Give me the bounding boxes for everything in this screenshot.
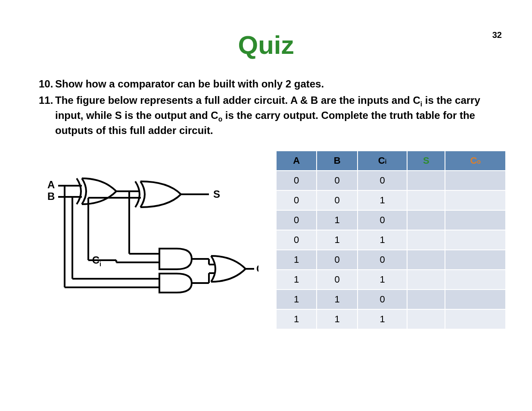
th-Co-main: C	[470, 155, 477, 166]
cell-Co	[445, 309, 506, 329]
cell-S	[407, 230, 445, 250]
table-row: 0 0 1	[276, 190, 506, 210]
cell-Co	[445, 270, 506, 290]
label-A: A	[47, 179, 55, 190]
cell-A: 1	[276, 270, 317, 290]
th-Co-sub: o	[477, 158, 481, 165]
page-number: 32	[492, 30, 502, 40]
table-row: 0 1 1	[276, 230, 506, 250]
cell-S	[407, 290, 445, 309]
cell-B: 0	[317, 270, 357, 290]
th-Ci: Ci	[358, 151, 407, 171]
cell-B: 1	[317, 309, 357, 329]
cell-Co	[445, 190, 506, 210]
label-B: B	[47, 190, 55, 202]
th-Ci-main: C	[378, 155, 385, 166]
cell-Ci: 1	[358, 309, 407, 329]
cell-S	[407, 190, 445, 210]
cell-Ci: 0	[358, 171, 407, 190]
cell-S	[407, 250, 445, 270]
circuit-svg: A B S Ci Co	[39, 168, 258, 305]
cell-S	[407, 309, 445, 329]
cell-B: 1	[317, 210, 357, 230]
q10-number: 10.	[39, 77, 55, 91]
label-Ci: Ci	[92, 254, 101, 268]
th-A: A	[276, 151, 317, 171]
full-adder-circuit-diagram: A B S Ci Co	[39, 168, 263, 305]
cell-B: 1	[317, 290, 357, 309]
q11-number: 11.	[39, 93, 55, 137]
cell-A: 1	[276, 250, 317, 270]
table-row: 0 1 0	[276, 210, 506, 230]
page-title: Quiz	[0, 30, 532, 60]
table-row: 1 0 1	[276, 270, 506, 290]
cell-B: 0	[317, 250, 357, 270]
cell-Ci: 0	[358, 250, 407, 270]
truth-table: A B Ci S Co 0 0 0	[276, 150, 506, 330]
cell-Ci: 1	[358, 190, 407, 210]
q11-text: The figure below represents a full adder…	[55, 93, 493, 137]
cell-B: 0	[317, 171, 357, 190]
cell-A: 0	[276, 190, 317, 210]
cell-S	[407, 171, 445, 190]
cell-Ci: 1	[358, 270, 407, 290]
question-11: 11. The figure below represents a full a…	[39, 93, 493, 137]
cell-Co	[445, 230, 506, 250]
cell-S	[407, 270, 445, 290]
cell-B: 1	[317, 230, 357, 250]
truth-table-body: 0 0 0 0 0 1 0 1 0	[276, 171, 506, 329]
cell-A: 0	[276, 210, 317, 230]
cell-A: 1	[276, 290, 317, 309]
cell-S	[407, 210, 445, 230]
q10-text: Show how a comparator can be built with …	[55, 77, 324, 91]
table-row: 1 0 0	[276, 250, 506, 270]
th-B: B	[317, 151, 357, 171]
q11-part1: The figure below represents a full adder…	[55, 94, 420, 106]
table-row: 1 1 1	[276, 309, 506, 329]
cell-Co	[445, 210, 506, 230]
th-S: S	[407, 151, 445, 171]
cell-Ci: 0	[358, 290, 407, 309]
cell-A: 0	[276, 230, 317, 250]
question-10: 10. Show how a comparator can be built w…	[39, 77, 493, 91]
q11-sub2: o	[218, 115, 223, 123]
cell-Co	[445, 171, 506, 190]
cell-A: 0	[276, 171, 317, 190]
th-Co: Co	[445, 151, 506, 171]
th-Ci-sub: i	[385, 158, 387, 165]
table-header-row: A B Ci S Co	[276, 151, 506, 171]
cell-A: 1	[276, 309, 317, 329]
cell-Ci: 1	[358, 230, 407, 250]
label-Co: Co	[256, 263, 258, 276]
cell-Co	[445, 250, 506, 270]
questions-block: 10. Show how a comparator can be built w…	[39, 77, 493, 137]
label-S: S	[213, 188, 220, 200]
content-row: A B S Ci Co A B Ci S C	[39, 150, 506, 330]
truth-table-wrap: A B Ci S Co 0 0 0	[276, 150, 506, 330]
table-row: 1 1 0	[276, 290, 506, 309]
cell-Co	[445, 290, 506, 309]
cell-Ci: 0	[358, 210, 407, 230]
table-row: 0 0 0	[276, 171, 506, 190]
cell-B: 0	[317, 190, 357, 210]
